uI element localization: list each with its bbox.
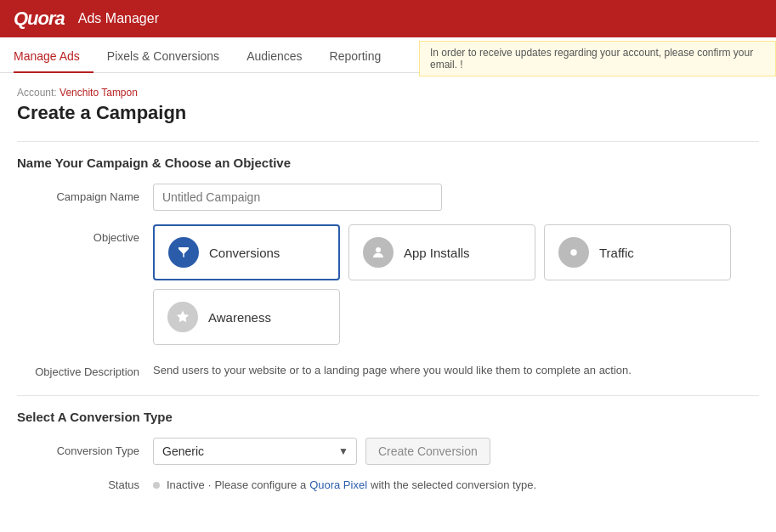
conversions-icon xyxy=(168,237,199,268)
conversion-row: Generic Purchase Lead Sign Up ▼ Create C… xyxy=(153,438,759,465)
traffic-icon xyxy=(558,237,589,268)
account-prefix: Account: xyxy=(17,87,57,99)
objective-description-label: Objective Description xyxy=(17,359,153,378)
objectives-area: Conversions App Installs xyxy=(153,224,759,345)
app-installs-icon xyxy=(363,237,394,268)
app-header: Quora Ads Manager xyxy=(0,0,776,37)
main-content: Account: Venchito Tampon Create a Campai… xyxy=(0,73,776,522)
section1-title: Name Your Campaign & Choose an Objective xyxy=(17,156,759,170)
objective-label: Objective xyxy=(17,224,153,244)
account-link[interactable]: Venchito Tampon xyxy=(59,87,138,99)
status-label: Status xyxy=(17,478,153,491)
objective-description-row: Objective Description Send users to your… xyxy=(17,359,759,378)
conversion-type-label: Conversion Type xyxy=(17,438,153,457)
svg-point-1 xyxy=(570,249,577,256)
tab-pixels-conversions[interactable]: Pixels & Conversions xyxy=(93,41,233,73)
app-installs-label: App Installs xyxy=(404,246,470,260)
account-label: Account: Venchito Tampon xyxy=(17,87,759,99)
objective-description-text: Send users to your website or to a landi… xyxy=(153,359,759,376)
awareness-icon xyxy=(167,302,198,332)
campaign-name-label: Campaign Name xyxy=(17,184,153,203)
status-dot xyxy=(153,482,160,489)
app-title: Ads Manager xyxy=(78,11,159,26)
objectives-grid: Conversions App Installs xyxy=(153,224,759,345)
page-title: Create a Campaign xyxy=(17,102,759,124)
awareness-label: Awareness xyxy=(208,310,271,325)
svg-point-0 xyxy=(376,247,381,252)
section2-title: Select A Conversion Type xyxy=(17,410,759,424)
objective-conversions[interactable]: Conversions xyxy=(153,224,340,280)
conversion-type-area: Generic Purchase Lead Sign Up ▼ Create C… xyxy=(153,438,759,465)
campaign-name-control xyxy=(153,184,759,211)
status-content: Inactive · Please configure a Quora Pixe… xyxy=(153,478,536,491)
campaign-name-input[interactable] xyxy=(153,184,442,211)
section-conversion: Select A Conversion Type Conversion Type… xyxy=(17,395,759,491)
status-suffix-text: with the selected conversion type. xyxy=(371,478,536,491)
tab-audiences[interactable]: Audiences xyxy=(233,41,315,73)
nav-bar: Manage Ads Pixels & Conversions Audience… xyxy=(0,37,776,73)
conversion-type-row: Conversion Type Generic Purchase Lead Si… xyxy=(17,438,759,465)
quora-pixel-link[interactable]: Quora Pixel xyxy=(309,478,367,491)
status-row: Status Inactive · Please configure a Quo… xyxy=(17,478,759,491)
conversion-type-select-wrapper: Generic Purchase Lead Sign Up ▼ xyxy=(153,438,357,465)
alert-banner: In order to receive updates regarding yo… xyxy=(419,41,776,76)
section-campaign: Name Your Campaign & Choose an Objective… xyxy=(17,141,759,378)
create-conversion-button[interactable]: Create Conversion xyxy=(365,438,490,465)
status-separator: · xyxy=(208,478,212,491)
tab-manage-ads[interactable]: Manage Ads xyxy=(14,41,93,73)
tab-reporting[interactable]: Reporting xyxy=(316,41,395,73)
status-configure-text: Please configure a xyxy=(214,478,306,491)
traffic-label: Traffic xyxy=(599,246,634,260)
conversion-type-select[interactable]: Generic Purchase Lead Sign Up xyxy=(153,438,357,465)
objective-awareness[interactable]: Awareness xyxy=(153,289,340,345)
objective-row: Objective Conversions xyxy=(17,224,759,345)
conversions-label: Conversions xyxy=(209,246,280,260)
objective-description-area: Send users to your website or to a landi… xyxy=(153,359,759,376)
status-inactive-text: Inactive xyxy=(167,478,205,491)
objective-traffic[interactable]: Traffic xyxy=(544,224,731,280)
objective-app-installs[interactable]: App Installs xyxy=(348,224,535,280)
campaign-name-row: Campaign Name xyxy=(17,184,759,211)
quora-logo: Quora xyxy=(14,8,65,30)
